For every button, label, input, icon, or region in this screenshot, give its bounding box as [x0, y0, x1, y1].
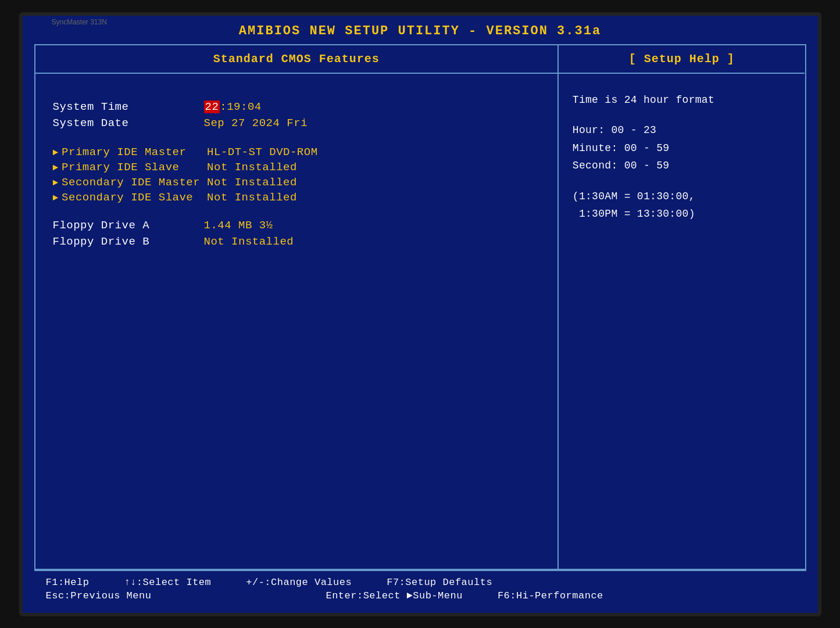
floppy-b-row: Floppy Drive B Not Installed [53, 235, 540, 248]
system-time-rest: :19:04 [220, 101, 261, 113]
right-panel-content: Time is 24 hour format Hour: 00 - 23 Min… [559, 74, 805, 235]
primary-ide-master-label: Primary IDE Master [62, 146, 207, 159]
key-enter-select[interactable]: Enter:Select ►Sub-Menu [326, 590, 462, 601]
left-panel: Standard CMOS Features System Time 22:19… [35, 45, 559, 569]
bios-title: AMIBIOS NEW SETUP UTILITY - VERSION 3.31… [23, 16, 818, 44]
bottom-row-1: F1:Help ↑↓:Select Item +/-:Change Values… [46, 577, 795, 588]
key-select-item: ↑↓:Select Item [124, 577, 211, 588]
arrow-icon-primary-master: ► [53, 148, 59, 158]
system-time-row: System Time 22:19:04 [53, 101, 540, 113]
arrow-icon-secondary-master: ► [53, 178, 59, 188]
system-time-value[interactable]: 22:19:04 [204, 101, 262, 113]
right-panel: [ Setup Help ] Time is 24 hour format Ho… [559, 45, 805, 569]
primary-ide-master-value: HL-DT-ST DVD-ROM [207, 146, 317, 159]
primary-ide-slave-value: Not Installed [207, 161, 297, 174]
help-line-minute: Minute: 00 - 59 [573, 139, 791, 157]
key-change-values: +/-:Change Values [246, 577, 352, 588]
arrow-icon-primary-slave: ► [53, 163, 59, 173]
help-line-hour: Hour: 00 - 23 [573, 121, 791, 139]
left-panel-header: Standard CMOS Features [35, 45, 557, 74]
system-time-hour[interactable]: 22 [204, 101, 220, 113]
secondary-ide-slave-value: Not Installed [207, 191, 297, 204]
system-date-date: Sep 27 2024 [204, 117, 287, 130]
floppy-a-label: Floppy Drive A [53, 219, 204, 232]
bottom-bar: F1:Help ↑↓:Select Item +/-:Change Values… [34, 570, 806, 607]
floppy-a-value[interactable]: 1.44 MB 3½ [204, 219, 273, 232]
help-line-pm: 1:30PM = 13:30:00) [573, 205, 791, 223]
system-date-row: System Date Sep 27 2024 Fri [53, 117, 540, 130]
system-date-day: Fri [287, 117, 308, 130]
key-spacer [186, 590, 291, 601]
system-date-label: System Date [53, 117, 204, 130]
left-panel-content: System Time 22:19:04 System Date Sep 27 … [35, 74, 557, 569]
primary-ide-slave-row[interactable]: ► Primary IDE Slave Not Installed [53, 161, 540, 174]
secondary-ide-master-row[interactable]: ► Secondary IDE Master Not Installed [53, 176, 540, 189]
help-line-second: Second: 00 - 59 [573, 157, 791, 175]
key-f1-help[interactable]: F1:Help [46, 577, 90, 588]
system-date-value[interactable]: Sep 27 2024 Fri [204, 117, 308, 130]
right-panel-header: [ Setup Help ] [559, 45, 805, 74]
secondary-ide-slave-row[interactable]: ► Secondary IDE Slave Not Installed [53, 191, 540, 204]
arrow-icon-secondary-slave: ► [53, 193, 59, 203]
floppy-a-row: Floppy Drive A 1.44 MB 3½ [53, 219, 540, 232]
system-time-label: System Time [53, 101, 204, 113]
secondary-ide-slave-label: Secondary IDE Slave [62, 191, 207, 204]
primary-ide-slave-label: Primary IDE Slave [62, 161, 207, 174]
floppy-b-value[interactable]: Not Installed [204, 235, 294, 248]
key-f7-defaults[interactable]: F7:Setup Defaults [387, 577, 492, 588]
key-f6-performance[interactable]: F6:Hi-Performance [498, 590, 603, 601]
primary-ide-master-row[interactable]: ► Primary IDE Master HL-DT-ST DVD-ROM [53, 146, 540, 159]
key-esc-previous[interactable]: Esc:Previous Menu [46, 590, 152, 601]
monitor-frame: SyncMaster 313N AMIBIOS NEW SETUP UTILIT… [19, 12, 821, 616]
floppy-b-label: Floppy Drive B [53, 235, 204, 248]
bottom-row-2: Esc:Previous Menu Enter:Select ►Sub-Menu… [46, 590, 795, 601]
secondary-ide-master-label: Secondary IDE Master [62, 176, 207, 189]
help-line-am: (1:30AM = 01:30:00, [573, 188, 791, 206]
monitor-label: SyncMaster 313N [52, 18, 107, 26]
main-area: Standard CMOS Features System Time 22:19… [34, 44, 806, 570]
secondary-ide-master-value: Not Installed [207, 176, 297, 189]
help-line-1: Time is 24 hour format [573, 91, 791, 109]
